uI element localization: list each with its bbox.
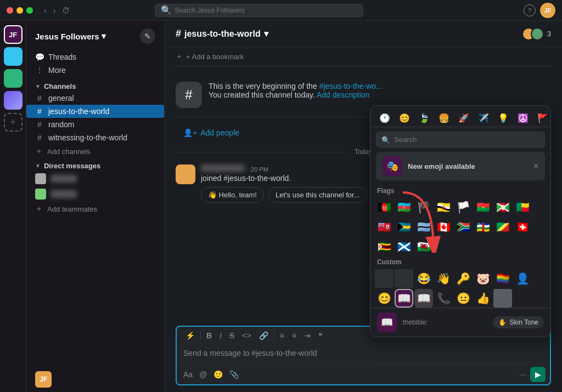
dm-item-1[interactable] bbox=[26, 171, 164, 186]
toolbar-blockquote-button[interactable]: ❝ bbox=[316, 330, 325, 341]
back-button[interactable]: ‹ bbox=[42, 5, 49, 16]
emoji-tab-objects[interactable]: 💡 bbox=[494, 111, 512, 127]
flag-emoji-7[interactable]: 🇧🇮 bbox=[493, 198, 512, 217]
flag-emoji-14[interactable]: 🇨🇫 bbox=[474, 218, 492, 236]
minimize-traffic-light[interactable] bbox=[16, 7, 23, 14]
toolbar-bold-button[interactable]: B bbox=[204, 330, 214, 341]
user-avatar-titlebar[interactable]: JF bbox=[540, 3, 555, 18]
toolbar-link-button[interactable]: 🔗 bbox=[257, 330, 271, 341]
workspace-item-3[interactable] bbox=[4, 91, 23, 110]
emoji-search-input[interactable] bbox=[376, 132, 545, 147]
flag-emoji-8[interactable]: 🇧🇯 bbox=[513, 198, 532, 217]
sidebar-item-witnessing[interactable]: # witnessing-to-the-world bbox=[26, 131, 164, 144]
sidebar-item-threads[interactable]: 💬 Threads bbox=[26, 50, 164, 64]
flag-emoji-9[interactable]: 🇧🇲 bbox=[375, 218, 394, 236]
custom-emoji-11[interactable]: 📞 bbox=[434, 289, 453, 308]
flag-emoji-11[interactable]: 🇧🇼 bbox=[414, 218, 433, 236]
flag-emoji-12[interactable]: 🇨🇦 bbox=[434, 218, 453, 236]
custom-emoji-1[interactable] bbox=[375, 269, 394, 288]
flag-emoji-15[interactable]: 🇨🇬 bbox=[493, 218, 512, 236]
member-count[interactable]: 3 bbox=[547, 30, 551, 38]
channels-section-header[interactable]: ▼ Channels bbox=[26, 79, 164, 92]
sidebar-item-random[interactable]: # random bbox=[26, 118, 164, 131]
workspace-name[interactable]: Jesus Followers ▾ bbox=[35, 31, 106, 41]
forward-button[interactable]: › bbox=[51, 5, 58, 16]
skin-tone-button[interactable]: ✋ Skin Tone bbox=[493, 316, 544, 328]
flag-emoji-10[interactable]: 🇧🇸 bbox=[395, 218, 413, 236]
emoji-tab-recent[interactable]: 🕐 bbox=[376, 111, 394, 127]
toolbar-code-button[interactable]: <> bbox=[240, 330, 253, 341]
flag-emoji-2[interactable]: 🇦🇿 bbox=[395, 198, 413, 217]
dm-item-2[interactable] bbox=[26, 186, 164, 202]
channel-name[interactable]: # jesus-to-the-world ▾ bbox=[176, 28, 268, 39]
toolbar-list-unordered-button[interactable]: ≡ bbox=[290, 330, 299, 341]
workspace-item-2[interactable] bbox=[4, 69, 23, 88]
emoji-tab-nature[interactable]: 🍃 bbox=[415, 111, 433, 127]
toolbar-italic-button[interactable]: I bbox=[217, 330, 224, 341]
add-description-link[interactable]: Add description bbox=[317, 90, 370, 99]
workspace-item-current[interactable]: JF bbox=[4, 25, 23, 44]
flag-emoji-17[interactable]: 🇿🇼 bbox=[375, 237, 394, 256]
global-search-bar[interactable]: 🔍 bbox=[155, 4, 363, 17]
flag-emoji-18[interactable]: 🏴󠁧󠁢󠁳󠁣󠁴󠁿 bbox=[395, 237, 413, 256]
help-button[interactable]: ? bbox=[524, 4, 536, 16]
workspace-add-button[interactable]: + bbox=[4, 113, 23, 132]
add-teammates-button[interactable]: ＋ Add teammates bbox=[26, 202, 164, 216]
custom-emoji-2[interactable] bbox=[395, 269, 413, 288]
custom-emoji-13[interactable]: 👍 bbox=[474, 289, 492, 308]
input-more-button[interactable]: ··· bbox=[517, 369, 528, 380]
custom-emoji-7[interactable]: 🏳️‍🌈 bbox=[493, 269, 512, 288]
custom-emoji-12[interactable]: 😐 bbox=[454, 289, 473, 308]
custom-emoji-8[interactable]: 👤 bbox=[513, 269, 532, 288]
flag-emoji-6[interactable]: 🇧🇫 bbox=[474, 198, 492, 217]
global-search-input[interactable] bbox=[175, 7, 357, 14]
flag-emoji-16[interactable]: 🇨🇭 bbox=[513, 218, 532, 236]
input-attach-button[interactable]: 📎 bbox=[227, 369, 241, 380]
flag-emoji-19[interactable]: 🏴󠁧󠁢󠁷󠁬󠁳󠁿 bbox=[414, 237, 433, 256]
edit-icon-button[interactable]: ✎ bbox=[140, 29, 155, 44]
flag-emoji-1[interactable]: 🇦🇫 bbox=[375, 198, 394, 217]
emoji-tab-activity[interactable]: 🚀 bbox=[455, 111, 473, 127]
custom-emoji-selected[interactable]: 📖 bbox=[414, 289, 433, 308]
emoji-tab-travel[interactable]: ✈️ bbox=[475, 111, 492, 127]
toolbar-indent-button[interactable]: ⇥ bbox=[302, 330, 313, 341]
quick-reply-channel[interactable]: Let's use this channel for... bbox=[268, 187, 367, 203]
send-button[interactable]: ▶ bbox=[530, 367, 546, 382]
emoji-tab-flags[interactable]: 🚩 bbox=[534, 111, 551, 127]
workspace-item-1[interactable] bbox=[4, 47, 23, 66]
maximize-traffic-light[interactable] bbox=[26, 7, 33, 14]
custom-emoji-3[interactable]: 😂 bbox=[414, 269, 433, 288]
sidebar-item-more[interactable]: ⋮ More bbox=[26, 64, 164, 77]
custom-emoji-6[interactable]: 🐷 bbox=[474, 269, 492, 288]
input-aa-button[interactable]: Aa bbox=[181, 369, 195, 380]
dm-section-header[interactable]: ▼ Direct messages bbox=[26, 158, 164, 171]
custom-emoji-10[interactable]: 📖 bbox=[395, 289, 413, 308]
toolbar-strikethrough-button[interactable]: S bbox=[227, 330, 237, 341]
message-input-field[interactable]: Send a message to #jesus-to-the-world bbox=[177, 344, 550, 364]
quick-reply-hello[interactable]: 👋 Hello, team! bbox=[201, 187, 264, 203]
flag-emoji-13[interactable]: 🇿🇦 bbox=[454, 218, 473, 236]
toolbar-list-ordered-button[interactable]: ≡ bbox=[278, 330, 286, 341]
flag-emoji-4[interactable]: 🇧🇳 bbox=[434, 198, 453, 217]
custom-emoji-14[interactable] bbox=[493, 289, 512, 308]
input-emoji-button[interactable]: 🙂 bbox=[211, 369, 225, 380]
sidebar-item-general[interactable]: # general bbox=[26, 92, 164, 105]
sidebar-item-jesus-to-the-world[interactable]: # jesus-to-the-world bbox=[26, 105, 164, 118]
channel-link[interactable]: #jesus-to-the-wo... bbox=[319, 82, 383, 90]
close-traffic-light[interactable] bbox=[7, 7, 13, 14]
toolbar-lightning-button[interactable]: ⚡ bbox=[183, 330, 197, 341]
flag-emoji-3[interactable]: 🏴 bbox=[414, 198, 433, 217]
custom-emoji-9[interactable]: 😊 bbox=[375, 289, 394, 308]
flag-emoji-5[interactable]: 🏳️ bbox=[454, 198, 473, 217]
add-people-button[interactable]: 👤+ Add people bbox=[176, 124, 247, 141]
input-mention-button[interactable]: @ bbox=[197, 369, 209, 380]
add-channels-button[interactable]: ＋ Add channels bbox=[26, 144, 164, 158]
custom-emoji-4[interactable]: 👋 bbox=[434, 269, 453, 288]
new-emoji-close-button[interactable]: × bbox=[533, 161, 538, 171]
emoji-tab-smileys[interactable]: 😊 bbox=[396, 111, 413, 127]
emoji-tab-food[interactable]: 🍔 bbox=[435, 111, 453, 127]
bookmark-bar[interactable]: ＋ + Add a bookmark bbox=[176, 47, 551, 66]
custom-emoji-5[interactable]: 🔑 bbox=[454, 269, 473, 288]
user-profile-button[interactable]: JF bbox=[26, 367, 164, 392]
emoji-tab-symbols[interactable]: ☮️ bbox=[514, 111, 532, 127]
